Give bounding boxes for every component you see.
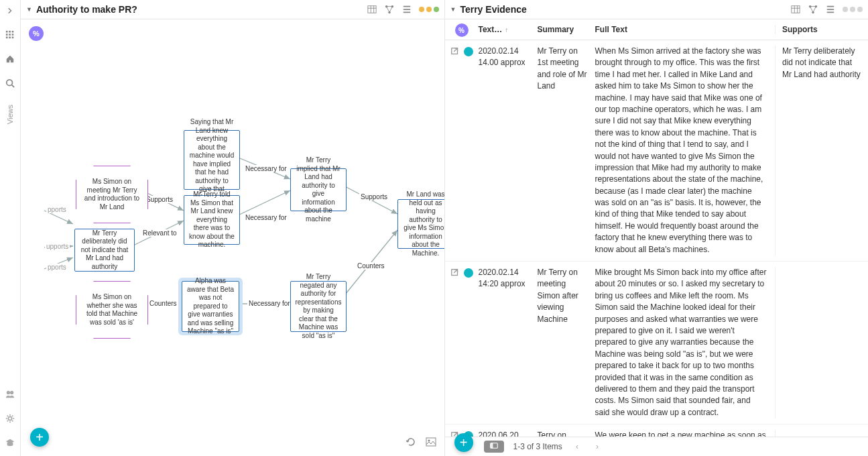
pager: + 1-3 of 3 Items ‹ › (445, 437, 869, 456)
views-label[interactable]: Views (6, 105, 14, 124)
table-view-icon[interactable] (367, 4, 377, 15)
cell-date: 2020.02.14 14:20 approx (479, 267, 538, 418)
edge-label: Supports (359, 193, 389, 201)
add-button[interactable]: + (454, 433, 473, 452)
node-octagon[interactable]: Ms Simon on meeting Mr Terry and introdu… (76, 166, 148, 223)
chevron-down-icon: ▼ (450, 6, 456, 13)
svg-point-12 (8, 416, 11, 420)
svg-point-18 (428, 440, 430, 442)
svg-point-9 (7, 80, 13, 86)
svg-point-10 (7, 391, 10, 394)
node-rect-selected[interactable]: Alpha was aware that Beta was not prepar… (182, 281, 239, 332)
list-view-icon[interactable] (825, 4, 836, 15)
cell-summary: Terry on buying a new machine (538, 430, 595, 437)
cell-fulltext: We were keen to get a new machine as soo… (595, 430, 776, 437)
svg-rect-2 (12, 31, 14, 33)
diagram-canvas[interactable]: % (21, 19, 444, 456)
sort-asc-icon: ↑ (505, 26, 508, 34)
home-icon[interactable] (5, 54, 15, 64)
svg-rect-3 (6, 34, 8, 36)
pager-prev[interactable]: ‹ (572, 442, 582, 451)
chevron-down-icon: ▼ (26, 6, 32, 13)
table-view-icon[interactable] (790, 4, 801, 15)
right-panel-title[interactable]: ▼ Terry Evidence (450, 4, 787, 15)
svg-rect-7 (9, 37, 11, 39)
edge-label: Necessary for (247, 300, 292, 307)
right-panel: ▼ Terry Evidence % Text…↑ (445, 0, 869, 456)
users-icon[interactable] (5, 389, 15, 400)
col-supports[interactable]: Supports (775, 25, 868, 34)
svg-rect-8 (12, 37, 14, 39)
svg-rect-19 (792, 6, 800, 13)
add-button[interactable]: + (30, 428, 49, 447)
left-panel-title[interactable]: ▼ Authority to make PR? (26, 4, 363, 15)
edge-label: Relevant to (141, 229, 178, 237)
edge-label: Supports (145, 196, 174, 203)
status-dots (419, 7, 439, 12)
cell-supports (775, 267, 868, 418)
table-row[interactable]: 2020.06.20Terry on buying a new machineW… (445, 424, 869, 437)
svg-rect-6 (6, 37, 8, 39)
table-row[interactable]: 2020.02.14 14.00 approxMr Terry on 1st m… (445, 40, 869, 262)
evidence-table: % Text…↑ Summary Full Text Supports 2020… (445, 19, 869, 437)
col-date[interactable]: Text…↑ (479, 25, 538, 34)
search-icon[interactable] (5, 78, 15, 89)
graduation-icon[interactable] (5, 437, 15, 448)
right-panel-header: ▼ Terry Evidence (445, 0, 869, 19)
edge-label: pports (46, 264, 68, 271)
edge-label: Necessary for (244, 165, 288, 172)
edge-label: Counters (148, 300, 178, 307)
status-circle-icon (464, 268, 473, 278)
expand-icon[interactable] (5, 5, 15, 16)
edge-label: pports (46, 206, 68, 213)
right-title-text: Terry Evidence (460, 4, 526, 15)
table-row[interactable]: 2020.02.14 14:20 approxMr Terry on meeti… (445, 262, 869, 424)
edge-label: Counters (356, 262, 386, 270)
cell-date: 2020.02.14 14.00 approx (479, 46, 538, 255)
pager-text: 1-3 of 3 Items (513, 442, 562, 451)
node-rect[interactable]: Mr Land was held out as having authority… (397, 199, 444, 249)
col-summary[interactable]: Summary (538, 25, 595, 34)
pager-next[interactable]: › (592, 442, 603, 451)
graph-view-icon[interactable] (808, 4, 818, 15)
image-icon[interactable] (426, 437, 436, 449)
left-title-text: Authority to make PR? (36, 4, 137, 15)
card-view-icon[interactable] (484, 441, 504, 453)
cell-summary: Mr Terry on 1st meeting and role of Mr L… (538, 46, 595, 255)
undo-icon[interactable] (406, 437, 416, 449)
node-rect[interactable]: Mr Terry told Ms Simon that Mr Land knew… (184, 195, 240, 245)
cell-date: 2020.06.20 (479, 430, 538, 437)
svg-rect-27 (490, 443, 493, 449)
grid-icon[interactable] (5, 30, 15, 40)
cell-fulltext: Mike brought Ms Simon back into my offic… (595, 267, 776, 418)
cell-summary: Mr Terry on meeting Simon after viewing … (538, 267, 595, 418)
cell-fulltext: When Ms Simon arrived at the factory she… (595, 46, 776, 255)
gear-icon[interactable] (5, 413, 15, 424)
node-rect[interactable]: Saying that Mr Land knew everything abou… (184, 130, 240, 190)
node-rect[interactable]: Mr Terry negated any authority for repre… (290, 281, 347, 332)
svg-rect-5 (12, 34, 14, 36)
svg-rect-0 (6, 31, 8, 33)
svg-rect-1 (9, 31, 11, 33)
open-icon[interactable] (450, 268, 460, 278)
edge-label: upports (45, 243, 70, 250)
list-view-icon[interactable] (401, 4, 412, 15)
percent-badge[interactable]: % (455, 23, 469, 37)
svg-point-11 (10, 391, 13, 394)
status-circle-icon (464, 47, 473, 56)
cell-supports (775, 430, 868, 437)
svg-rect-17 (426, 438, 436, 446)
svg-rect-13 (367, 6, 375, 13)
cell-supports: Mr Terry deliberately did not indicate t… (775, 46, 868, 255)
node-rect[interactable]: Mr Terry implied that Mr Land had author… (290, 168, 347, 211)
open-icon[interactable] (450, 47, 460, 56)
graph-view-icon[interactable] (384, 4, 395, 15)
col-fulltext[interactable]: Full Text (595, 25, 776, 34)
status-dots (843, 7, 863, 12)
left-panel-header: ▼ Authority to make PR? (21, 0, 444, 19)
svg-rect-4 (9, 34, 11, 36)
left-rail: Views (0, 0, 21, 456)
node-rect[interactable]: Mr Terry deliberately did not indicate t… (74, 229, 135, 272)
node-octagon[interactable]: Ms Simon on whether she was told that Ma… (76, 281, 148, 339)
edge-label: Necessary for (244, 214, 288, 221)
